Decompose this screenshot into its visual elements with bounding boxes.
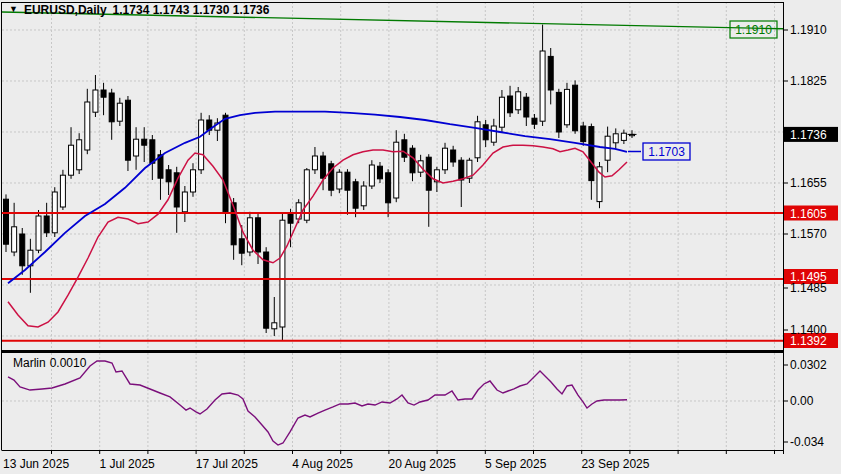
candle-body (182, 192, 187, 212)
candle-body (443, 148, 448, 170)
candle-body (621, 133, 626, 140)
candle-body (312, 156, 317, 170)
candle-body (44, 216, 49, 233)
trendline-price-label: 1.1910 (735, 23, 772, 37)
candle-body (556, 92, 561, 132)
candle-body (459, 160, 464, 180)
candle-body (20, 234, 25, 266)
chart-frame (2, 2, 784, 454)
candle-body (345, 172, 350, 190)
candle-body (564, 89, 569, 124)
indicator-value: 0.0010 (50, 356, 87, 370)
candle-body (60, 175, 65, 207)
candle-body (288, 213, 293, 223)
candle-body (190, 170, 195, 192)
candle-body (410, 148, 415, 173)
candle-body (117, 103, 122, 121)
price-axis-label: 1.1655 (790, 176, 827, 190)
candle-body (508, 96, 513, 113)
candle-body (125, 100, 130, 160)
candle-body (4, 199, 9, 244)
candle-body (69, 145, 74, 175)
candle-body (134, 139, 139, 156)
level-price-label: 1.1605 (790, 207, 827, 221)
candle-body (199, 120, 204, 170)
indicator-name: Marlin (13, 356, 46, 370)
candle-body (483, 125, 488, 140)
candle-body (548, 56, 553, 90)
candle-body (337, 172, 342, 189)
candle-body (581, 126, 586, 142)
candle-body (150, 140, 155, 163)
ma-red-line (8, 145, 627, 327)
time-axis-label: 20 Aug 2025 (389, 457, 457, 471)
price-axis-label: 1.1825 (790, 74, 827, 88)
candle-body (499, 97, 504, 127)
candle-body (280, 220, 285, 327)
candle-body (573, 85, 578, 131)
candle-body (223, 115, 228, 212)
level-price-label: 1.1392 (790, 334, 827, 348)
candle-body (540, 51, 545, 121)
candle-body (524, 97, 529, 117)
candle-body (386, 173, 391, 203)
chart-window[interactable]: ▼ EURUSD,Daily 1.1734 1.1743 1.1730 1.17… (0, 0, 841, 474)
target-price-label: 1.1703 (648, 145, 685, 159)
candle-body (369, 165, 374, 186)
candle-body (77, 140, 82, 170)
candle-body (231, 203, 236, 245)
panel-separator[interactable] (2, 350, 784, 353)
time-axis-label: 4 Aug 2025 (292, 457, 353, 471)
candle-body (109, 93, 114, 122)
oscillator-axis-label: -0.034 (790, 435, 824, 449)
time-axis-label: 17 Jul 2025 (196, 457, 258, 471)
candle-body (613, 134, 618, 143)
candle-body (239, 239, 244, 253)
level-price-label: 1.1495 (790, 270, 827, 284)
time-axis-label: 1 Jul 2025 (99, 457, 155, 471)
candle-body (264, 252, 269, 328)
time-axis-label: 5 Sep 2025 (485, 457, 547, 471)
candle-body (532, 118, 537, 124)
candle-body (451, 150, 456, 162)
symbol-dropdown-arrow-icon[interactable]: ▼ (9, 4, 18, 14)
price-axis-label: 1.1570 (790, 227, 827, 241)
current-price-label: 1.1736 (790, 128, 827, 142)
candle-body (256, 218, 261, 252)
grid-lines (2, 2, 783, 450)
oscillator-line (8, 361, 627, 445)
candle-body (93, 90, 98, 112)
candle-body (377, 166, 382, 179)
candle-body (166, 170, 171, 182)
candle-body (402, 140, 407, 157)
candle-body (85, 102, 90, 150)
candle-body (321, 156, 326, 178)
oscillator-axis-label: 0.00 (790, 394, 814, 408)
candle-body (142, 139, 147, 145)
chart-title: ▼ EURUSD,Daily 1.1734 1.1743 1.1730 1.17… (9, 3, 269, 17)
ma-blue-line (8, 112, 627, 284)
candle-body (394, 142, 399, 198)
oscillator-axis-label: 0.0302 (790, 358, 827, 372)
candle-body (353, 182, 358, 208)
candle-body (36, 216, 41, 250)
candle-body (361, 186, 366, 206)
candle-body (12, 227, 17, 252)
candle-body (101, 90, 106, 97)
candle-body (272, 323, 277, 329)
price-chart-canvas[interactable]: 1.19101.17031.19101.18251.16551.15701.14… (0, 0, 841, 474)
symbol-period-label: EURUSD,Daily (24, 3, 107, 17)
time-axis-label: 13 Jun 2025 (3, 457, 69, 471)
candle-body (516, 92, 521, 110)
time-axis-label: 23 Sep 2025 (581, 457, 649, 471)
candle-body (491, 126, 496, 142)
indicator-name-label: Marlin0.0010 (13, 356, 90, 370)
candle-body (589, 127, 594, 181)
ohlc-values-label: 1.1734 1.1743 1.1730 1.1736 (113, 3, 270, 17)
price-axis-label: 1.1910 (790, 23, 827, 37)
